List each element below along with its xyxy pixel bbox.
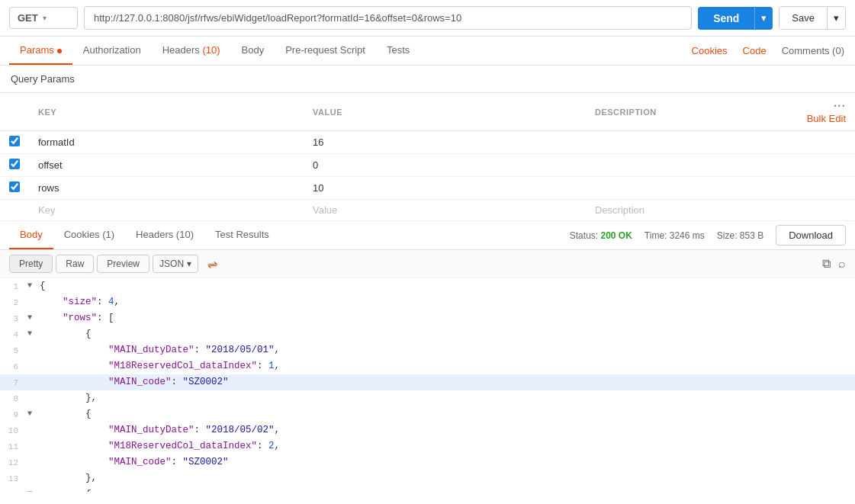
key-cell[interactable]: offset xyxy=(29,154,304,177)
desc-cell[interactable] xyxy=(586,154,794,177)
value-cell[interactable]: 10 xyxy=(304,177,586,200)
checkbox-cell[interactable] xyxy=(0,177,29,200)
placeholder-value[interactable]: Value xyxy=(304,200,586,221)
method-label: GET xyxy=(18,12,38,24)
pretty-button[interactable]: Pretty xyxy=(9,255,53,273)
bottom-tab-headers[interactable]: Headers (10) xyxy=(125,221,204,249)
more-icon[interactable]: ··· xyxy=(834,99,846,112)
tab-authorization[interactable]: Authorization xyxy=(72,37,152,65)
code-line: 7 "MAIN_code": "SZ0002" xyxy=(0,374,855,390)
tab-headers[interactable]: Headers (10) xyxy=(152,37,231,65)
format-dropdown-icon: ▾ xyxy=(187,258,191,269)
line-content: }, xyxy=(40,470,855,486)
actions-cell xyxy=(794,177,855,200)
checkbox-cell[interactable] xyxy=(0,131,29,154)
row-checkbox[interactable] xyxy=(9,159,20,169)
time-value: 3246 ms xyxy=(670,230,705,241)
tab-tests[interactable]: Tests xyxy=(376,37,420,65)
tab-comments-right[interactable]: Comments (0) xyxy=(780,37,846,64)
placeholder-key[interactable]: Key xyxy=(29,200,304,221)
row-checkbox[interactable] xyxy=(9,136,20,146)
line-arrow[interactable]: ▼ xyxy=(27,326,40,342)
method-select[interactable]: GET ▾ xyxy=(9,7,78,29)
line-content: { xyxy=(40,278,855,294)
desc-cell[interactable] xyxy=(586,177,794,200)
code-line: 8 }, xyxy=(0,390,855,406)
line-number: 14 xyxy=(0,486,27,492)
query-params-title: Query Params xyxy=(0,66,855,93)
placeholder-row: Key Value Description xyxy=(0,200,855,221)
code-area[interactable]: 1▼{2 "size": 4,3▼ "rows": [4▼ {5 "MAIN_d… xyxy=(0,278,855,492)
checkbox-cell[interactable] xyxy=(0,154,29,177)
top-right-tabs: Cookies Code Comments (0) xyxy=(690,37,846,64)
value-cell[interactable]: 0 xyxy=(304,154,586,177)
bottom-tabs-row: Body Cookies (1) Headers (10) Test Resul… xyxy=(0,221,855,250)
tab-params[interactable]: Params xyxy=(9,37,72,65)
line-content: "MAIN_dutyDate": "2018/05/01", xyxy=(40,342,855,358)
line-arrow[interactable]: ▼ xyxy=(27,486,40,492)
code-line: 14▼ { xyxy=(0,486,855,492)
code-line: 9▼ { xyxy=(0,406,855,422)
table-row: rows 10 xyxy=(0,177,855,200)
json-toolbar: Pretty Raw Preview JSON ▾ ⇌ ⧉ ⌕ xyxy=(0,250,855,278)
bottom-tab-cookies[interactable]: Cookies (1) xyxy=(53,221,125,249)
tab-prerequest[interactable]: Pre-request Script xyxy=(275,37,376,65)
line-number: 12 xyxy=(0,454,27,470)
line-arrow[interactable]: ▼ xyxy=(27,278,40,294)
method-dropdown-icon: ▾ xyxy=(43,14,47,22)
time-info: Time: 3246 ms xyxy=(644,230,705,241)
bottom-tab-body[interactable]: Body xyxy=(9,221,53,249)
line-content: "MAIN_code": "SZ0002" xyxy=(40,454,855,470)
col-checkbox xyxy=(0,93,29,131)
bulk-edit-button[interactable]: Bulk Edit xyxy=(807,113,846,124)
key-cell[interactable]: formatId xyxy=(29,131,304,154)
copy-icon[interactable]: ⧉ xyxy=(822,257,831,271)
line-content: "rows": [ xyxy=(40,310,855,326)
send-dropdown-button[interactable]: ▾ xyxy=(754,7,773,30)
download-button[interactable]: Download xyxy=(776,225,846,246)
desc-cell[interactable] xyxy=(586,131,794,154)
code-line: 5 "MAIN_dutyDate": "2018/05/01", xyxy=(0,342,855,358)
actions-cell xyxy=(794,154,855,177)
key-cell[interactable]: rows xyxy=(29,177,304,200)
save-button[interactable]: Save xyxy=(779,7,827,29)
size-value: 853 B xyxy=(740,230,763,241)
code-line: 13 }, xyxy=(0,470,855,486)
size-info: Size: 853 B xyxy=(717,230,763,241)
format-select[interactable]: JSON ▾ xyxy=(153,255,198,273)
code-line: 4▼ { xyxy=(0,326,855,342)
status-label: Status: 200 OK xyxy=(570,230,632,241)
wrap-icon[interactable]: ⇌ xyxy=(207,257,217,271)
raw-button[interactable]: Raw xyxy=(56,255,94,273)
row-checkbox[interactable] xyxy=(9,181,20,192)
placeholder-checkbox-cell xyxy=(0,200,29,221)
send-button[interactable]: Send xyxy=(698,7,754,30)
tabs-row: Params Authorization Headers (10) Body P… xyxy=(0,37,855,66)
save-dropdown-button[interactable]: ▾ xyxy=(827,7,845,29)
line-arrow[interactable]: ▼ xyxy=(27,310,40,326)
url-input[interactable] xyxy=(84,6,692,30)
tab-body[interactable]: Body xyxy=(231,37,275,65)
preview-button[interactable]: Preview xyxy=(97,255,149,273)
placeholder-desc[interactable]: Description xyxy=(586,200,794,221)
value-cell[interactable]: 16 xyxy=(304,131,586,154)
line-number: 13 xyxy=(0,470,27,486)
line-number: 5 xyxy=(0,342,27,358)
col-value-header: VALUE xyxy=(304,93,586,131)
line-number: 3 xyxy=(0,310,27,326)
col-desc-header: DESCRIPTION xyxy=(586,93,794,131)
line-number: 8 xyxy=(0,390,27,406)
line-content: { xyxy=(40,486,855,492)
status-info: Status: 200 OK Time: 3246 ms Size: 853 B… xyxy=(570,225,846,246)
tab-cookies-right[interactable]: Cookies xyxy=(690,37,729,64)
line-content: "M18ReservedCol_dataIndex": 2, xyxy=(40,438,855,454)
tab-code-right[interactable]: Code xyxy=(741,37,768,64)
line-content: "M18ReservedCol_dataIndex": 1, xyxy=(40,358,855,374)
bottom-tab-testresults[interactable]: Test Results xyxy=(204,221,280,249)
search-icon[interactable]: ⌕ xyxy=(838,257,846,271)
line-content: }, xyxy=(40,390,855,406)
col-actions-header: ··· Bulk Edit xyxy=(794,93,855,131)
code-line: 2 "size": 4, xyxy=(0,294,855,310)
line-content: { xyxy=(40,406,855,422)
line-arrow[interactable]: ▼ xyxy=(27,406,40,422)
